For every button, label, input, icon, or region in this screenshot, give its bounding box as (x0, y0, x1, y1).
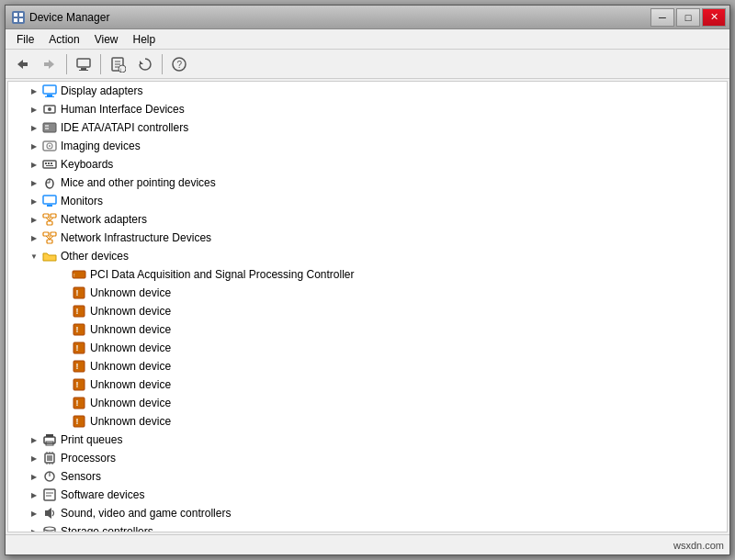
tree-item-unknown1[interactable]: !Unknown device (8, 284, 727, 302)
expander-ide-ata[interactable] (27, 120, 41, 135)
expander-unknown1[interactable] (56, 286, 71, 300)
forward-button[interactable] (37, 52, 62, 76)
svg-rect-42 (43, 214, 49, 218)
tree-item-unknown5[interactable]: !Unknown device (8, 357, 727, 375)
icon-imaging (42, 139, 57, 153)
tree-item-monitors[interactable]: Monitors (8, 192, 727, 210)
expander-print-queues[interactable] (27, 432, 41, 447)
expander-sensors[interactable] (27, 469, 41, 484)
expander-display-adapters[interactable] (27, 84, 41, 98)
expander-unknown8[interactable] (56, 414, 71, 429)
tree-item-unknown3[interactable]: !Unknown device (8, 320, 727, 339)
svg-rect-44 (47, 221, 52, 225)
expander-unknown5[interactable] (56, 359, 71, 374)
expander-unknown4[interactable] (56, 341, 71, 355)
tree-item-other-devices[interactable]: Other devices (8, 247, 727, 265)
tree-item-software-devices[interactable]: Software devices (8, 486, 727, 504)
device-tree[interactable]: Display adaptersHuman Interface DevicesI… (7, 81, 728, 532)
icon-other-devices (42, 249, 57, 263)
expander-unknown6[interactable] (56, 377, 71, 392)
svg-text:i: i (120, 67, 121, 73)
expander-network-infra[interactable] (27, 230, 41, 245)
label-unknown6: Unknown device (90, 378, 171, 391)
tree-item-sound[interactable]: Sound, video and game controllers (8, 504, 727, 522)
tree-item-keyboards[interactable]: Keyboards (8, 155, 727, 174)
expander-human-interface[interactable] (27, 102, 41, 117)
refresh-button[interactable] (132, 52, 158, 76)
svg-text:!: ! (76, 307, 79, 316)
expander-unknown2[interactable] (56, 304, 71, 319)
label-keyboards: Keyboards (61, 158, 113, 171)
close-button[interactable]: ✕ (702, 8, 726, 27)
tree-item-mice[interactable]: Mice and other pointing devices (8, 174, 727, 192)
expander-storage[interactable] (27, 524, 41, 532)
expander-sound[interactable] (27, 506, 41, 521)
label-display-adapters: Display adapters (61, 84, 142, 97)
expander-monitors[interactable] (27, 194, 41, 208)
maximize-button[interactable]: □ (676, 8, 700, 27)
minimize-button[interactable]: ─ (650, 8, 674, 27)
tree-item-unknown8[interactable]: !Unknown device (8, 412, 727, 431)
menu-view[interactable]: View (87, 31, 126, 48)
tree-item-human-interface[interactable]: Human Interface Devices (8, 100, 727, 118)
icon-unknown1: ! (72, 286, 86, 300)
toolbar-separator-1 (66, 54, 67, 74)
expander-mice[interactable] (27, 175, 41, 190)
svg-rect-34 (48, 162, 50, 164)
icon-unknown3: ! (72, 322, 86, 337)
svg-rect-73 (46, 434, 53, 437)
svg-rect-85 (44, 489, 55, 500)
label-print-queues: Print queues (61, 433, 122, 446)
status-text: wsxdn.com (673, 540, 724, 551)
menu-action[interactable]: Action (41, 31, 86, 48)
tree-item-display-adapters[interactable]: Display adapters (8, 82, 727, 100)
icon-human-interface (42, 102, 57, 117)
tree-item-unknown6[interactable]: !Unknown device (8, 375, 727, 394)
tree-item-unknown7[interactable]: !Unknown device (8, 394, 727, 412)
menu-help[interactable]: Help (126, 31, 164, 48)
svg-rect-3 (14, 18, 17, 22)
status-bar: wsxdn.com (6, 534, 729, 554)
expander-other-devices[interactable] (27, 249, 41, 263)
svg-rect-10 (81, 68, 86, 70)
label-unknown7: Unknown device (90, 397, 171, 409)
tree-item-print-queues[interactable]: Print queues (8, 431, 727, 449)
tree-item-storage[interactable]: Storage controllers (8, 522, 727, 532)
label-ide-ata: IDE ATA/ATAPI controllers (61, 121, 188, 134)
help-button[interactable]: ? (166, 52, 192, 76)
icon-keyboards (42, 157, 57, 172)
expander-unknown3[interactable] (56, 322, 71, 337)
expander-imaging[interactable] (27, 139, 41, 153)
svg-line-47 (50, 218, 53, 221)
tree-item-sensors[interactable]: Sensors (8, 467, 727, 486)
expander-software-devices[interactable] (27, 487, 41, 502)
tree-item-unknown2[interactable]: !Unknown device (8, 302, 727, 320)
expander-unknown7[interactable] (56, 396, 71, 410)
tree-item-ide-ata[interactable]: IDE ATA/ATAPI controllers (8, 118, 727, 137)
tree-item-unknown4[interactable]: !Unknown device (8, 339, 727, 357)
label-software-devices: Software devices (61, 488, 144, 501)
tree-item-network-infra[interactable]: Network Infrastructure Devices (8, 229, 727, 247)
expander-keyboards[interactable] (27, 157, 41, 172)
properties-button[interactable]: i (105, 52, 130, 76)
back-button[interactable] (9, 52, 35, 76)
icon-sound (42, 506, 57, 521)
tree-item-processors[interactable]: Processors (8, 449, 727, 467)
menu-file[interactable]: File (9, 31, 41, 48)
svg-rect-11 (79, 70, 88, 71)
svg-text:!: ! (76, 380, 79, 389)
label-unknown5: Unknown device (90, 360, 171, 373)
expander-pci-data[interactable] (56, 267, 71, 282)
tree-item-pci-data[interactable]: !PCI Data Acquisition and Signal Process… (8, 265, 727, 284)
computer-button[interactable] (71, 52, 96, 76)
svg-rect-2 (19, 13, 23, 17)
label-imaging: Imaging devices (61, 140, 141, 152)
content-area: Display adaptersHuman Interface DevicesI… (6, 79, 729, 534)
title-bar-left: Device Manager (11, 10, 109, 25)
tree-item-imaging[interactable]: Imaging devices (8, 137, 727, 155)
expander-processors[interactable] (27, 451, 41, 465)
icon-storage (42, 524, 57, 532)
expander-network-adapters[interactable] (27, 212, 41, 227)
svg-rect-27 (45, 125, 49, 127)
tree-item-network-adapters[interactable]: Network adapters (8, 210, 727, 229)
